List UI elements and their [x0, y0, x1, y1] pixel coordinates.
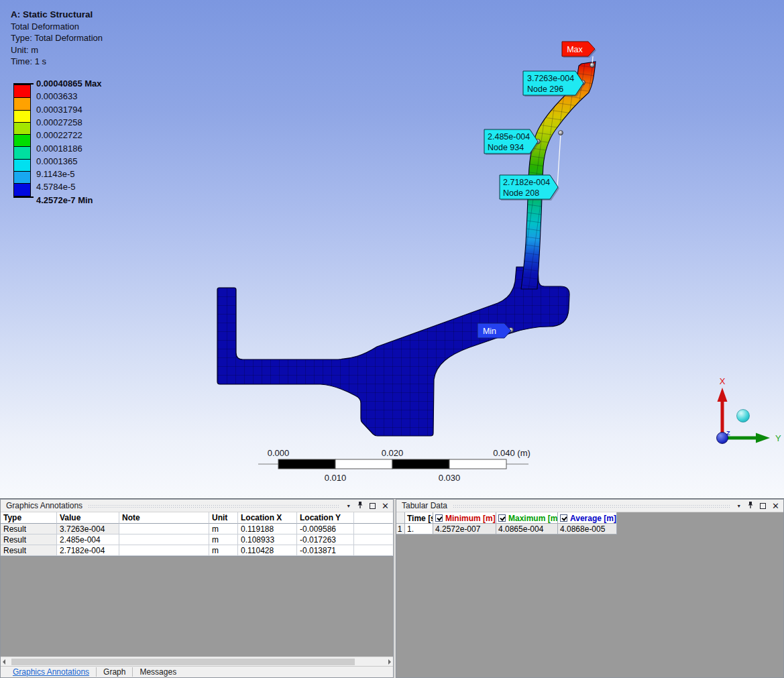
scrollbar-thumb[interactable] — [11, 659, 355, 665]
maximize-icon[interactable] — [760, 503, 766, 509]
model-scene[interactable]: Max 3.7263e-004 Node 296 2.485e-004 Node… — [0, 0, 784, 498]
ruler-040: 0.040 (m) — [493, 448, 530, 458]
bottom-tabbar: Graphics Annotations Graph Messages — [1, 666, 393, 677]
pin-icon[interactable] — [747, 500, 754, 512]
max-flag-label: Max — [567, 45, 583, 54]
close-icon[interactable]: ✕ — [772, 502, 779, 510]
legend-color-orange — [14, 97, 30, 109]
node934-flag[interactable]: 2.485e-004 Node 934 — [484, 129, 539, 155]
y-axis-label: Y — [775, 433, 781, 443]
legend-color-lightblue — [14, 171, 30, 183]
legend-bottom-cap — [13, 196, 34, 198]
tab-graphics-annotations[interactable]: Graphics Annotations — [6, 667, 97, 677]
node296-value: 3.7263e-004 — [527, 74, 574, 83]
table-header-row: Type Value Note Unit Location X Location… — [1, 512, 393, 524]
x-axis-arrow — [718, 388, 728, 402]
legend-color-column — [13, 84, 31, 196]
coordinate-triad[interactable]: Z X Y — [717, 376, 782, 444]
legend-max-value: 0.00040865 Max — [36, 78, 102, 89]
model-body[interactable] — [217, 267, 569, 436]
cell-type: Result — [1, 545, 57, 556]
close-icon[interactable]: ✕ — [382, 502, 389, 510]
ruler-0: 0.000 — [268, 448, 290, 458]
panel-empty-area — [1, 557, 393, 657]
titlebar-texture — [453, 504, 730, 509]
legend-color-springgreen — [14, 146, 30, 158]
tabular-data-row[interactable]: 1 1. 4.2572e-007 4.0865e-004 4.0868e-005 — [396, 524, 617, 534]
panel-menu-dropdown-icon[interactable]: ▼ — [736, 504, 741, 508]
col-type[interactable]: Type — [1, 512, 57, 524]
col-average-label: Average [m] — [570, 514, 616, 523]
col-maximum[interactable]: Maximum [m] — [496, 512, 558, 524]
cell-note[interactable] — [119, 524, 209, 534]
graphics-annotations-title: Graphics Annotations — [6, 501, 82, 510]
cell-location-y: -0.017263 — [297, 534, 354, 545]
ruler-030: 0.030 — [439, 473, 461, 483]
node208-marker[interactable] — [559, 131, 563, 135]
min-flag-label: Min — [483, 327, 496, 336]
legend-color-yellowgreen — [14, 122, 30, 134]
node208-flag[interactable]: 2.7182e-004 Node 208 — [500, 175, 559, 201]
horizontal-scrollbar[interactable] — [1, 657, 393, 666]
legend-color-red — [14, 85, 30, 97]
graphics-annotations-table: Type Value Note Unit Location X Location… — [1, 512, 393, 557]
col-unit[interactable]: Unit — [209, 512, 238, 524]
bottom-panels: Graphics Annotations ▼ ✕ Type Value Note… — [0, 499, 784, 678]
cell-minimum: 4.2572e-007 — [433, 524, 496, 534]
scroll-left-icon[interactable] — [3, 659, 5, 665]
tabular-data-panel: Tabular Data ▼ ✕ Time [s] Minimum [m] — [396, 499, 784, 678]
scroll-right-icon[interactable] — [388, 659, 391, 665]
max-flag[interactable]: Max — [562, 42, 596, 58]
tabular-data-table: Time [s] Minimum [m] Maximum [m] Average… — [396, 512, 617, 534]
cell-note[interactable] — [119, 534, 209, 545]
z-axis-ball — [717, 433, 728, 444]
col-row-number — [396, 512, 405, 524]
max-marker[interactable] — [590, 63, 595, 68]
col-maximum-label: Maximum [m] — [508, 514, 558, 523]
ruler-020: 0.020 — [382, 448, 404, 458]
result-info-block: A: Static Structural Total Deformation T… — [11, 9, 103, 68]
checkbox-checked-icon[interactable] — [435, 514, 443, 522]
cell-location-x: 0.119188 — [238, 524, 297, 534]
maximize-icon[interactable] — [370, 503, 376, 509]
tabular-header-row: Time [s] Minimum [m] Maximum [m] Average… — [396, 512, 617, 524]
min-flag[interactable]: Min — [478, 323, 511, 338]
tab-messages[interactable]: Messages — [133, 667, 183, 677]
table-row[interactable]: Result 2.7182e-004 m 0.110428 -0.013871 — [1, 545, 393, 556]
legend-value-5: 0.00022722 — [36, 130, 82, 140]
result-name: Total Deformation — [11, 21, 103, 33]
tab-graph[interactable]: Graph — [97, 667, 133, 677]
pin-icon[interactable] — [357, 500, 363, 512]
col-location-x[interactable]: Location X — [238, 512, 297, 524]
panel-menu-dropdown-icon[interactable]: ▼ — [346, 504, 351, 508]
col-note[interactable]: Note — [119, 512, 209, 524]
checkbox-checked-icon[interactable] — [498, 514, 506, 522]
result-unit: Unit: m — [11, 44, 103, 56]
analysis-title: A: Static Structural — [11, 9, 103, 21]
col-value[interactable]: Value — [57, 512, 119, 524]
table-row[interactable]: Result 2.485e-004 m 0.108933 -0.017263 — [1, 534, 393, 545]
titlebar-texture — [88, 504, 339, 509]
cell-average: 4.0868e-005 — [558, 524, 617, 534]
cell-maximum: 4.0865e-004 — [496, 524, 558, 534]
legend-value-2: 0.0003633 — [36, 91, 77, 101]
graphics-annotations-panel: Graphics Annotations ▼ ✕ Type Value Note… — [0, 499, 394, 678]
cell-note[interactable] — [119, 545, 209, 556]
result-type: Type: Total Deformation — [11, 32, 103, 44]
ansys-mechanical-window: Max 3.7263e-004 Node 296 2.485e-004 Node… — [0, 0, 784, 678]
checkbox-checked-icon[interactable] — [560, 514, 567, 522]
legend-value-3: 0.00031794 — [36, 105, 82, 115]
table-row[interactable]: Result 3.7263e-004 m 0.119188 -0.009586 — [1, 524, 393, 534]
node934-value: 2.485e-004 — [488, 132, 530, 142]
legend-value-6: 0.00018186 — [36, 144, 82, 154]
col-time[interactable]: Time [s] — [405, 512, 433, 524]
legend-value-8: 9.1143e-5 — [36, 169, 75, 179]
graphics-viewport[interactable]: Max 3.7263e-004 Node 296 2.485e-004 Node… — [0, 0, 784, 498]
cell-time: 1. — [405, 524, 433, 534]
col-location-y[interactable]: Location Y — [297, 512, 354, 524]
legend-color-green — [14, 134, 30, 146]
node296-flag[interactable]: 3.7263e-004 Node 296 — [523, 71, 585, 97]
isometric-ball[interactable] — [737, 410, 750, 422]
col-minimum[interactable]: Minimum [m] — [433, 512, 496, 524]
col-average[interactable]: Average [m] — [558, 512, 617, 524]
